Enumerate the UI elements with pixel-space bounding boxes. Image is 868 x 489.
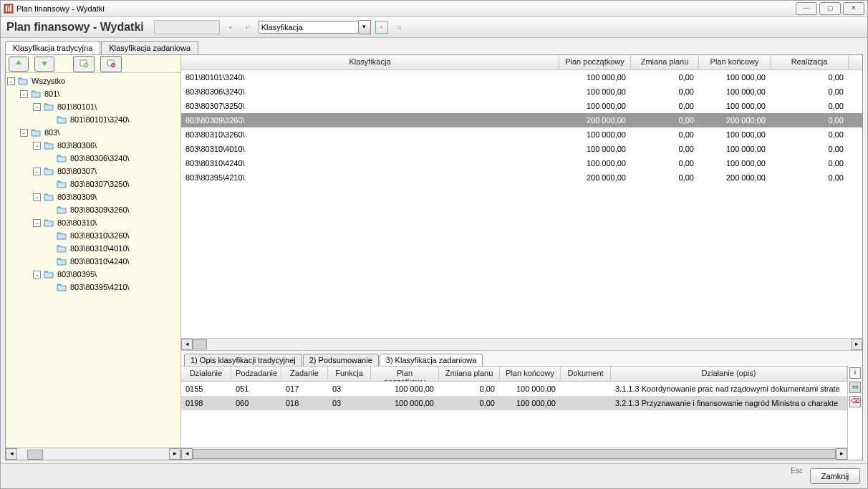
classification-tree[interactable]: -Wszystko-801\-801\80101\801\80101\3240\…: [6, 73, 180, 447]
minimize-button[interactable]: —: [796, 2, 817, 15]
toolbar-empty-field[interactable]: [154, 20, 220, 34]
tree-label: 801\80101\: [56, 100, 98, 113]
tree-label: 803\: [43, 126, 61, 139]
tree-node[interactable]: -803\80309\: [7, 190, 179, 203]
table-row[interactable]: 803\80307\3250\100 000,000,00100 000,000…: [181, 99, 862, 113]
table-row[interactable]: 803\80310\3260\100 000,000,00100 000,000…: [181, 127, 862, 142]
tree-node[interactable]: 803\80310\4010\: [7, 242, 179, 255]
tree-remove-icon[interactable]: [100, 56, 122, 72]
tree-label: 803\80307\3250\: [69, 178, 131, 190]
dcol-zadanie[interactable]: Zadanie: [281, 367, 328, 381]
tree-toggle[interactable]: -: [33, 271, 41, 279]
main-grid-body[interactable]: 801\80101\3240\100 000,000,00100 000,000…: [181, 70, 862, 338]
tree-node[interactable]: 801\80101\3240\: [7, 113, 179, 126]
tree-label: 803\80395\4210\: [69, 281, 131, 294]
dcol-dzialanie[interactable]: Działanie: [181, 367, 231, 381]
main-grid-hscrollbar[interactable]: ◂▸: [181, 338, 862, 350]
dcol-plan-koncowy[interactable]: Plan końcowy: [500, 367, 561, 381]
detail-grid-body[interactable]: 015505101703100 000,000,00100 000,003.1.…: [181, 382, 847, 447]
table-row[interactable]: 803\80310\4010\100 000,000,00100 000,000…: [181, 142, 862, 156]
table-row[interactable]: 803\80395\4210\200 000,000,00200 000,000…: [181, 170, 862, 185]
tree-label: 803\80310\3260\: [69, 229, 131, 242]
close-button[interactable]: Zamknij: [810, 468, 860, 484]
tree-label: 803\80306\: [56, 139, 98, 152]
tree-node[interactable]: -803\: [7, 126, 179, 139]
tree-toggle[interactable]: -: [20, 90, 28, 98]
add-green-button[interactable]: [392, 21, 405, 34]
table-row[interactable]: 803\80306\3240\100 000,000,00100 000,000…: [181, 84, 862, 99]
tree-toggle[interactable]: -: [7, 77, 15, 85]
tree-label: 803\80306\3240\: [69, 152, 131, 165]
filter-combo[interactable]: ▾: [259, 20, 371, 34]
col-zmiana-planu[interactable]: Zmiana planu: [631, 55, 699, 69]
col-plan-poczatkowy[interactable]: Plan początkowy: [559, 55, 631, 69]
tree-node[interactable]: -801\: [7, 87, 179, 100]
subtab-opis[interactable]: 1) Opis klasyfikacji tradycyjnej: [184, 354, 302, 366]
dcol-opis[interactable]: Działanie (opis): [611, 367, 847, 381]
chevron-down-icon[interactable]: ▾: [359, 20, 371, 34]
maximize-button[interactable]: ▢: [819, 2, 841, 15]
tree-node[interactable]: 803\80310\3260\: [7, 229, 179, 242]
tree-node[interactable]: -803\80306\: [7, 139, 179, 152]
sort-icon[interactable]: [241, 21, 254, 34]
tree-node[interactable]: 803\80309\3260\: [7, 203, 179, 216]
dcol-funkcja[interactable]: Funkcja: [328, 367, 371, 381]
subtab-klasyfikacja-zadaniowa[interactable]: 3) Klasyfikacja zadaniowa: [380, 354, 483, 366]
tree-label: 803\80309\3260\: [69, 203, 131, 216]
filter-input[interactable]: [259, 21, 359, 34]
tree-up-icon[interactable]: [9, 57, 29, 72]
tree-toggle[interactable]: -: [33, 103, 41, 111]
tree-node[interactable]: 803\80395\4210\: [7, 281, 179, 294]
tab-klasyfikacja-tradycyjna[interactable]: Klasyfikacja tradycyjna: [5, 41, 100, 54]
tree-node[interactable]: -803\80310\: [7, 216, 179, 229]
scroll-icon[interactable]: ▭: [849, 382, 861, 393]
col-klasyfikacja[interactable]: Klasyfikacja: [181, 55, 559, 69]
col-plan-koncowy[interactable]: Plan końcowy: [699, 55, 771, 69]
tree-node[interactable]: 803\80310\4240\: [7, 255, 179, 268]
tree-node[interactable]: 803\80307\3250\: [7, 178, 179, 190]
tree-toggle[interactable]: -: [33, 219, 41, 227]
tree-node[interactable]: -803\80395\: [7, 268, 179, 281]
search-button[interactable]: [375, 21, 388, 34]
tree-hscrollbar[interactable]: ◂▸: [6, 447, 180, 460]
delete-icon[interactable]: ⌫: [849, 396, 861, 407]
info-icon[interactable]: i: [849, 367, 861, 379]
subtab-podsumowanie[interactable]: 2) Podsumowanie: [303, 354, 379, 366]
tree-toggle[interactable]: -: [33, 142, 41, 150]
tree-node[interactable]: -801\80101\: [7, 100, 179, 113]
tree-toggle[interactable]: -: [33, 193, 41, 201]
tab-klasyfikacja-zadaniowa[interactable]: Klasyfikacja zadaniowa: [101, 41, 198, 54]
detail-grid-hscrollbar[interactable]: ◂▸: [181, 447, 847, 460]
tree-label: 803\80310\4240\: [69, 255, 131, 268]
app-window: Plan finansowy - Wydatki — ▢ ✕ Plan fina…: [0, 0, 868, 489]
tree-label: 803\80395\: [56, 268, 98, 281]
pin-icon[interactable]: [224, 21, 237, 34]
table-row[interactable]: 803\80310\4240\100 000,000,00100 000,000…: [181, 156, 862, 170]
col-realizacja[interactable]: Realizacja: [771, 55, 849, 69]
close-window-button[interactable]: ✕: [843, 2, 864, 15]
table-row[interactable]: 019806001803100 000,000,00100 000,003.2.…: [181, 396, 847, 410]
dcol-plan-poczatkowy[interactable]: Plan początkowy: [371, 367, 439, 381]
tree-toggle[interactable]: -: [20, 129, 28, 137]
dcol-dokument[interactable]: Dokument: [561, 367, 611, 381]
tree-node[interactable]: -803\80307\: [7, 165, 179, 178]
tree-label: 803\80309\: [56, 190, 98, 203]
detail-grid-header[interactable]: Działanie Podzadanie Zadanie Funkcja Pla…: [181, 367, 847, 382]
table-row[interactable]: 803\80309\3260\200 000,000,00200 000,000…: [181, 113, 862, 127]
tree-down-icon[interactable]: [34, 57, 54, 72]
svg-rect-3: [10, 5, 11, 11]
dcol-zmiana-planu[interactable]: Zmiana planu: [439, 367, 500, 381]
table-row[interactable]: 801\80101\3240\100 000,000,00100 000,000…: [181, 70, 862, 84]
window-title: Plan finansowy - Wydatki: [16, 4, 794, 13]
lower-panel: 1) Opis klasyfikacji tradycyjnej 2) Pods…: [181, 350, 862, 460]
tree-toggle[interactable]: -: [33, 168, 41, 175]
footer: Esc Zamknij: [1, 463, 867, 488]
tree-add-icon[interactable]: [73, 56, 95, 72]
tree-node[interactable]: -Wszystko: [7, 74, 179, 87]
tree-pane: -Wszystko-801\-801\80101\801\80101\3240\…: [6, 55, 181, 460]
table-row[interactable]: 015505101703100 000,000,00100 000,003.1.…: [181, 382, 847, 396]
esc-label: Esc: [791, 467, 803, 475]
main-grid-header[interactable]: Klasyfikacja Plan początkowy Zmiana plan…: [181, 55, 862, 70]
dcol-podzadanie[interactable]: Podzadanie: [231, 367, 281, 381]
tree-node[interactable]: 803\80306\3240\: [7, 152, 179, 165]
